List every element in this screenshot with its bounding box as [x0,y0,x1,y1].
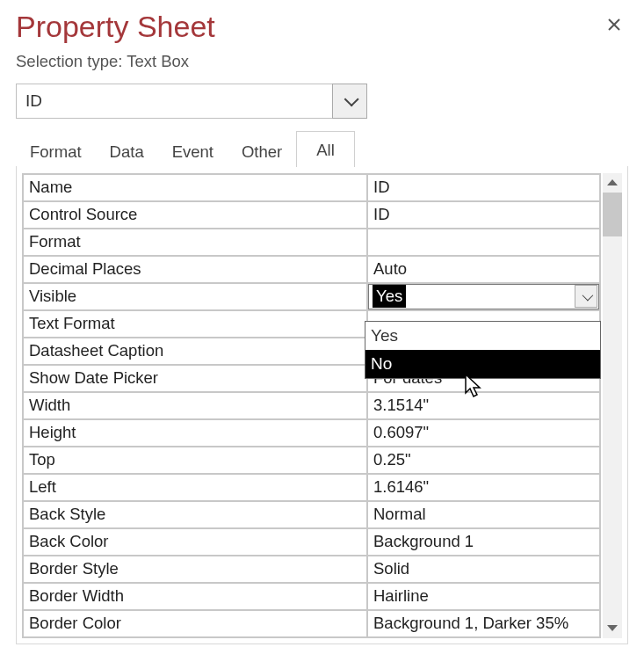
property-value[interactable]: Background 1 [367,528,600,556]
table-row: Control SourceID [23,201,600,229]
table-row: Format [23,229,600,256]
property-label: Width [23,392,367,419]
property-label: Border Color [23,610,367,637]
table-row: Back StyleNormal [23,501,600,528]
chevron-down-icon [344,91,359,106]
property-value[interactable]: 1.6146" [367,474,600,501]
table-row: Left1.6146" [23,474,600,501]
chevron-down-icon [582,290,593,302]
property-label: Left [23,474,367,501]
page-title: Property Sheet [16,9,628,45]
table-row: Top0.25" [23,447,600,474]
table-row: Border WidthHairline [23,583,600,610]
property-label: Control Source [23,201,367,229]
property-label: Height [23,419,367,447]
table-row: Border ColorBackground 1, Darker 35% [23,610,600,637]
scrollbar[interactable] [603,173,622,638]
property-value[interactable]: 0.6097" [367,419,600,447]
property-label: Border Style [23,556,367,583]
property-value[interactable]: Solid [367,556,600,583]
table-row: Border StyleSolid [23,556,600,583]
selection-type-label: Selection type: Text Box [16,52,628,71]
tab-format[interactable]: Format [16,135,96,167]
property-label: Text Format [23,310,367,338]
triangle-up-icon [607,179,618,185]
visible-dropdown[interactable]: Yes No [365,321,601,379]
control-selector-value[interactable]: ID [16,84,332,119]
table-row: Decimal PlacesAuto [23,256,600,283]
triangle-down-icon [607,625,618,631]
property-label: Back Color [23,528,367,556]
property-value[interactable] [367,229,600,256]
property-label: Top [23,447,367,474]
property-label: Show Date Picker [23,365,367,392]
selection-type: Text Box [127,52,189,70]
property-label: Format [23,229,367,256]
tab-event[interactable]: Event [158,135,228,167]
close-button[interactable] [604,14,625,35]
property-sheet-panel: Property Sheet Selection type: Text Box … [0,0,644,669]
table-row: Height0.6097" [23,419,600,447]
property-value[interactable]: Background 1, Darker 35% [367,610,600,637]
tab-data[interactable]: Data [96,135,158,167]
property-value[interactable]: 3.1514" [367,392,600,419]
table-row: NameID [23,174,600,201]
property-label: Datasheet Caption [23,338,367,365]
dropdown-option-yes[interactable]: Yes [365,322,600,350]
property-value[interactable]: Hairline [367,583,600,610]
subtitle-prefix: Selection type: [16,52,127,70]
property-grid: NameIDControl SourceIDFormatDecimal Plac… [22,173,601,638]
property-dropdown-button[interactable] [575,285,597,308]
scroll-thumb[interactable] [603,193,622,236]
property-label: Decimal Places [23,256,367,283]
selected-value-text: Yes [373,285,406,308]
property-value-editor[interactable]: Yes [368,284,599,309]
property-value[interactable]: ID [367,174,600,201]
property-value[interactable]: Yes [367,283,600,310]
control-selector-dropdown-button[interactable] [332,84,367,119]
dropdown-option-no[interactable]: No [365,350,600,378]
property-label: Back Style [23,501,367,528]
close-icon [607,18,621,32]
property-label: Border Width [23,583,367,610]
property-value[interactable]: Normal [367,501,600,528]
tab-all[interactable]: All [296,131,355,167]
tabs: Format Data Event Other All [16,131,628,167]
control-selector[interactable]: ID [16,84,367,119]
property-value[interactable]: ID [367,201,600,229]
property-grid-container: NameIDControl SourceIDFormatDecimal Plac… [16,166,628,644]
table-row: Width3.1514" [23,392,600,419]
property-label: Name [23,174,367,201]
table-row: VisibleYes [23,283,600,310]
scroll-up-button[interactable] [603,173,622,193]
tab-other[interactable]: Other [228,135,296,167]
property-value[interactable]: Auto [367,256,600,283]
property-value[interactable]: 0.25" [367,447,600,474]
scroll-down-button[interactable] [603,619,622,638]
scroll-track[interactable] [603,193,622,619]
table-row: Back ColorBackground 1 [23,528,600,556]
property-label: Visible [23,283,367,310]
